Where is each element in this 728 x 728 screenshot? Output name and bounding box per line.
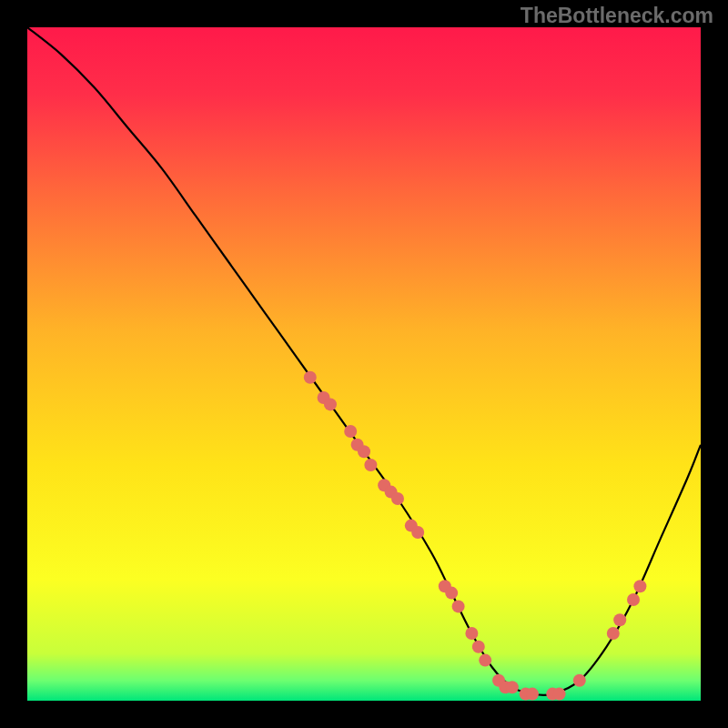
data-point: [304, 371, 317, 384]
watermark-text: TheBottleneck.com: [521, 4, 713, 28]
data-point: [452, 600, 465, 612]
data-point: [633, 580, 646, 592]
data-point: [364, 459, 377, 471]
data-point: [607, 627, 620, 640]
data-point: [627, 593, 640, 606]
data-point: [506, 681, 519, 693]
data-point: [553, 688, 566, 701]
data-point: [613, 613, 626, 626]
chart-svg: [27, 27, 701, 701]
data-point: [344, 425, 357, 438]
data-point: [465, 627, 478, 640]
chart-container: TheBottleneck.com: [0, 0, 728, 728]
plot-area: [27, 27, 701, 701]
data-point: [411, 526, 424, 539]
data-point: [479, 654, 491, 667]
data-point: [324, 398, 337, 410]
data-point: [573, 674, 586, 687]
data-point: [472, 641, 485, 653]
data-point: [391, 492, 404, 505]
data-point: [526, 688, 539, 701]
data-point: [445, 587, 458, 600]
data-point: [358, 445, 370, 458]
